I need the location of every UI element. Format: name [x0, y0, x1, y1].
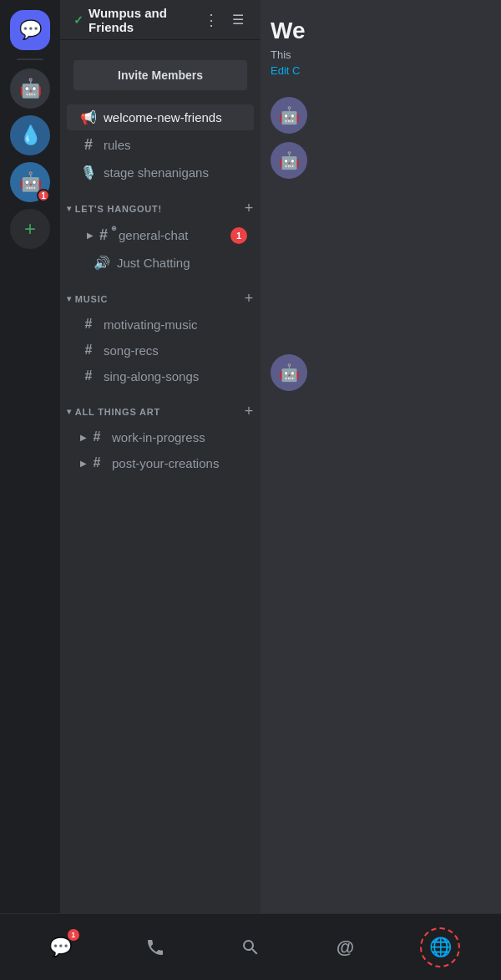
- globe-icon: 🌐: [429, 937, 452, 958]
- channel-name-sing-along-songs: sing-along-songs: [104, 369, 199, 383]
- right-panel: We This Edit C 🤖 🤖 🤖: [261, 0, 501, 980]
- channel-name-just-chatting: Just Chatting: [117, 256, 190, 270]
- channel-name-stage: stage shenanigans: [104, 165, 209, 180]
- member-avatar-3: 🤖: [271, 354, 307, 391]
- invite-members-button[interactable]: Invite Members: [73, 60, 247, 90]
- channel-item-rules[interactable]: # rules: [67, 131, 254, 159]
- category-name-hangout: LET'S HANGOUT!: [75, 204, 162, 214]
- bottom-spacer: [60, 476, 261, 543]
- sidebar-item-server-1[interactable]: 🤖: [10, 69, 50, 109]
- text-channel-icon-art2: #: [89, 455, 105, 470]
- category-chevron-music: ▾: [67, 294, 72, 303]
- announcement-icon: 📢: [80, 109, 97, 125]
- edit-link[interactable]: Edit C: [271, 64, 491, 77]
- expand-arrow-wip: ▶: [80, 433, 87, 442]
- add-channel-button-hangout[interactable]: +: [245, 200, 254, 217]
- stage-channel-icon: 🎙️: [80, 165, 97, 180]
- channel-item-post-your-creations[interactable]: ▶ # post-your-creations: [67, 450, 254, 475]
- more-options-icon[interactable]: ⋮: [200, 8, 222, 33]
- channel-name-general: general-chat: [119, 228, 188, 242]
- channel-name-song-recs: song-recs: [104, 343, 159, 358]
- text-channel-icon-music1: #: [80, 317, 97, 332]
- server-header[interactable]: ✓ Wumpus and Friends ⋮ ☰: [60, 0, 261, 40]
- category-chevron: ▾: [67, 204, 72, 213]
- text-channel-icon-art1: #: [89, 429, 105, 444]
- sidebar-item-server-2[interactable]: 💧: [10, 115, 50, 155]
- server-avatar-1: 🤖: [19, 78, 42, 99]
- text-channel-icon-music3: #: [80, 368, 97, 383]
- hamburger-icon[interactable]: ☰: [229, 8, 247, 31]
- right-panel-subtitle: This: [271, 48, 491, 61]
- home-icon: 💬: [49, 937, 72, 958]
- server-notification-badge: 1: [37, 189, 50, 202]
- expand-arrow-general: ▶: [87, 231, 94, 240]
- add-server-button[interactable]: +: [10, 209, 50, 249]
- bottom-nav-profile[interactable]: 🌐: [420, 927, 460, 967]
- add-channel-button-art[interactable]: +: [245, 403, 254, 420]
- bottom-nav-friends[interactable]: [135, 927, 175, 967]
- member-list: 🤖 🤖 🤖: [271, 97, 491, 391]
- server-avatar-3: 🤖: [19, 171, 42, 193]
- text-channel-icon-music2: #: [80, 343, 97, 358]
- general-chat-badge: 1: [230, 227, 247, 244]
- phone-icon: [145, 937, 165, 957]
- bottom-nav-home[interactable]: 💬 1: [41, 927, 81, 967]
- category-lets-hangout[interactable]: ▾ LET'S HANGOUT! +: [60, 186, 261, 221]
- messages-icon: 💬: [19, 19, 42, 41]
- plus-icon: +: [24, 217, 36, 241]
- category-chevron-art: ▾: [67, 407, 72, 416]
- category-music[interactable]: ▾ MUSIC +: [60, 277, 261, 311]
- channel-name-rules: rules: [104, 138, 131, 152]
- sidebar-item-messages[interactable]: 💬: [10, 10, 50, 50]
- bottom-navigation: 💬 1 @ 🌐: [0, 913, 501, 980]
- sidebar-item-server-3[interactable]: 🤖 1: [10, 162, 50, 202]
- voice-channel-icon: 🔊: [94, 255, 110, 271]
- text-channel-icon-general: #⊕: [95, 226, 112, 244]
- channel-item-song-recs[interactable]: # song-recs: [67, 338, 254, 363]
- channel-name-post-your-creations: post-your-creations: [112, 456, 219, 470]
- server-name: ✓ Wumpus and Friends: [73, 6, 200, 34]
- channel-list: Invite Members 📢 welcome-new-friends # r…: [60, 40, 261, 980]
- channel-sidebar: ✓ Wumpus and Friends ⋮ ☰ Invite Members …: [60, 0, 261, 980]
- member-avatar-1: 🤖: [271, 97, 307, 134]
- category-name-music: MUSIC: [75, 294, 108, 304]
- channel-name-motivating-music: motivating-music: [104, 317, 198, 332]
- channel-item-just-chatting[interactable]: 🔊 Just Chatting: [67, 250, 254, 276]
- add-channel-button-music[interactable]: +: [245, 290, 254, 307]
- verified-checkmark: ✓: [73, 13, 84, 27]
- member-avatar-2: 🤖: [271, 142, 307, 179]
- right-panel-title: We: [271, 17, 491, 45]
- bottom-nav-mentions[interactable]: @: [326, 927, 366, 967]
- bottom-nav-search[interactable]: [230, 927, 271, 967]
- at-icon: @: [337, 937, 354, 958]
- divider: [17, 58, 43, 60]
- icon-bar: 💬 🤖 💧 🤖 1 +: [0, 0, 60, 980]
- channel-item-work-in-progress[interactable]: ▶ # work-in-progress: [67, 424, 254, 449]
- server-avatar-2: 💧: [19, 124, 42, 146]
- text-channel-icon: #: [80, 136, 97, 154]
- channel-name-welcome: welcome-new-friends: [104, 110, 222, 124]
- channel-name-work-in-progress: work-in-progress: [112, 430, 205, 444]
- channel-item-motivating-music[interactable]: # motivating-music: [67, 312, 254, 337]
- header-icons: ⋮ ☰: [200, 8, 247, 33]
- home-badge: 1: [68, 929, 79, 941]
- category-name-art: ALL THINGS ART: [75, 407, 160, 417]
- channel-item-stage-shenanigans[interactable]: 🎙️ stage shenanigans: [67, 160, 254, 185]
- channel-item-sing-along-songs[interactable]: # sing-along-songs: [67, 363, 254, 388]
- search-icon: [240, 937, 261, 957]
- expand-arrow-pyc: ▶: [80, 459, 87, 468]
- category-all-things-art[interactable]: ▾ ALL THINGS ART +: [60, 389, 261, 424]
- channel-item-general-chat[interactable]: ▶ #⊕ general-chat 1: [67, 221, 254, 249]
- channel-item-welcome-new-friends[interactable]: 📢 welcome-new-friends: [67, 104, 254, 130]
